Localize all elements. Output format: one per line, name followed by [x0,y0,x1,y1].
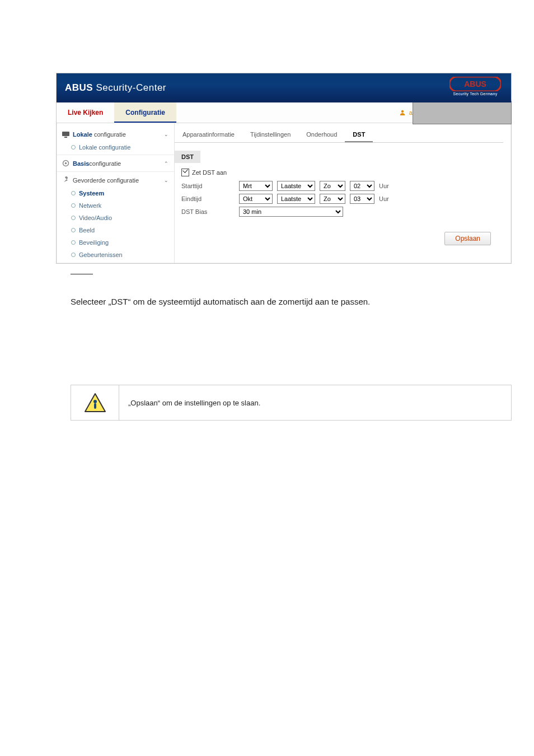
warning-icon [84,393,106,413]
wrench-icon [62,176,69,184]
sidebar-item-label: Beveiliging [79,239,109,246]
monitor-icon [62,132,69,138]
svg-point-8 [65,162,67,165]
sidebar-basis-header[interactable]: Basisconfiguratie ⌃ [57,156,174,170]
brand-logo-block: ABUS Security Tech Germany [449,77,501,96]
banner-title: ABUS Security-Center [57,82,166,93]
bullet-icon [71,203,76,208]
end-month-select[interactable]: Okt [239,194,273,204]
end-day-select[interactable]: Zo [320,194,345,204]
brand-name-bold: ABUS [65,82,93,93]
sidebar-item-video[interactable]: Video/Audio [57,212,174,224]
sidebar-item-beeld[interactable]: Beeld [57,224,174,236]
svg-rect-5 [62,132,69,136]
bullet-icon [71,253,76,257]
start-label: Starttijd [181,183,235,189]
end-hour-select[interactable]: 03 [350,194,374,204]
bullet-icon [71,191,76,195]
chevron-up-icon: ⌃ [164,161,168,166]
tab-dst[interactable]: DST [345,128,373,142]
svg-point-2 [401,110,403,113]
end-label: Eindtijd [181,195,235,202]
bias-label: DST Bias [181,208,235,215]
note-callout: „Opslaan“ om de instellingen op te slaan… [71,385,512,421]
bullet-icon [71,228,76,232]
svg-rect-10 [94,403,96,409]
sidebar-item-label: Netwerk [79,202,101,209]
svg-rect-6 [64,137,67,138]
sidebar: Lokale configuratie ⌄ Lokale configurati… [57,123,175,263]
sidebar-item-label: Beeld [79,227,95,234]
app-screenshot-panel: ABUS Security-Center ABUS Security Tech … [56,73,512,264]
small-rule [71,274,93,274]
header-placeholder-box [413,101,512,124]
main-content: Apparaatinformatie Tijdinstellingen Onde… [175,123,511,263]
sidebar-item-beveiliging[interactable]: Beveiliging [57,236,174,249]
sidebar-item-label: Gevorderde configuratie [73,177,161,184]
start-day-select[interactable]: Zo [320,181,345,191]
start-month-select[interactable]: Mrt [239,181,273,191]
section-title: DST [175,151,200,163]
chevron-down-icon: ⌄ [164,178,168,183]
dst-enable-label: Zet DST aan [192,169,227,176]
note-text: „Opslaan“ om de instellingen op te slaan… [119,385,511,420]
bullet-icon [71,216,76,220]
brand-name-light: Security-Center [96,82,166,93]
bias-select[interactable]: 30 min [239,207,343,217]
sidebar-lokale-sub[interactable]: Lokale configuratie [57,141,174,153]
dst-form: Zet DST aan Starttijd Mrt Laatste Zo 02 … [175,163,503,217]
sidebar-item-gebeurtenissen[interactable]: Gebeurtenissen [57,249,174,261]
save-button[interactable]: Opslaan [444,232,491,245]
dst-enable-checkbox[interactable] [181,169,189,176]
end-hour-unit: Uur [379,195,389,202]
gear-icon [62,160,69,167]
bullet-icon [71,145,76,150]
sidebar-item-label: Systeem [79,190,104,197]
tab-config[interactable]: Configuratie [114,102,176,123]
tab-tijdinstellingen[interactable]: Tijdinstellingen [242,128,298,142]
chevron-down-icon: ⌄ [164,132,168,137]
end-week-select[interactable]: Laatste [277,194,315,204]
svg-text:ABUS: ABUS [464,80,486,88]
start-hour-select[interactable]: 02 [350,181,374,191]
user-icon [399,109,406,116]
sidebar-item-label: Lokale configuratie [79,144,130,151]
inner-tabbar: Apparaatinformatie Tijdinstellingen Onde… [175,128,503,143]
tab-apparaatinfo[interactable]: Apparaatinformatie [175,128,242,142]
brand-subtitle: Security Tech Germany [449,92,501,96]
sidebar-gevorderde-header[interactable]: Gevorderde configuratie ⌄ [57,173,174,187]
app-banner: ABUS Security-Center ABUS Security Tech … [57,73,511,102]
sidebar-item-label: Gebeurtenissen [79,251,123,258]
start-week-select[interactable]: Laatste [277,181,315,191]
sidebar-item-systeem[interactable]: Systeem [57,187,174,199]
sidebar-item-label: Video/Audio [79,214,112,221]
bullet-icon [71,240,76,245]
start-hour-unit: Uur [379,183,389,189]
abus-logo-icon: ABUS [449,77,501,91]
svg-point-9 [93,400,97,403]
tab-live[interactable]: Live Kijken [57,102,114,123]
sidebar-lokale-header[interactable]: Lokale configuratie ⌄ [57,128,174,141]
page-instruction-text: Selecteer „DST“ om de systeemtijd automa… [71,297,512,306]
tab-onderhoud[interactable]: Onderhoud [298,128,345,142]
sidebar-item-netwerk[interactable]: Netwerk [57,199,174,212]
